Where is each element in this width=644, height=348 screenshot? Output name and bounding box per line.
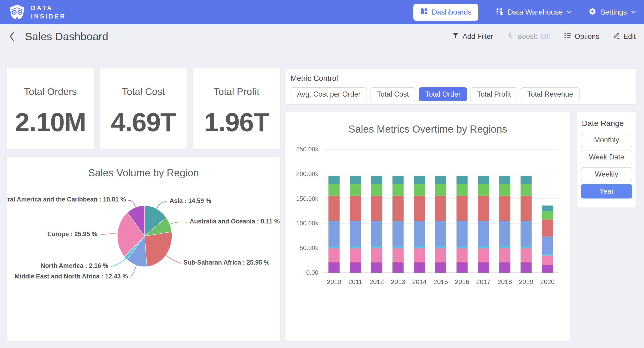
bar-segment-europe-2010[interactable] — [328, 221, 340, 246]
metric-option-total-order[interactable]: Total Order — [419, 87, 467, 101]
bar-segment-europe-2017[interactable] — [478, 221, 489, 246]
nav-item-data-warehouse[interactable]: Data Warehouse — [496, 7, 572, 17]
bar-segment-north-america-2011[interactable] — [350, 246, 361, 248]
date-range-option-weekly[interactable]: Weekly — [581, 167, 632, 181]
bar-segment-asia-2014[interactable] — [414, 248, 425, 262]
bar-segment-australia-and-oceania-2012[interactable] — [371, 176, 382, 184]
bar-segment-north-america-2018[interactable] — [499, 246, 510, 248]
bar-segment-australia-and-oceania-2011[interactable] — [350, 176, 361, 184]
bar-segment-central-america-and-the-caribbean-2017[interactable] — [478, 262, 489, 273]
bar-segment-north-america-2019[interactable] — [521, 246, 532, 248]
bar-segment-north-america-2014[interactable] — [414, 246, 425, 248]
bar-segment-central-america-and-the-caribbean-2020[interactable] — [542, 265, 553, 273]
date-range-buttons: MonthlyWeek DateWeeklyYear — [581, 133, 632, 198]
options-button[interactable]: Options — [564, 32, 600, 41]
bar-segment-north-america-2015[interactable] — [435, 246, 446, 248]
bar-segment-north-america-2012[interactable] — [371, 246, 382, 248]
bar-segment-asia-2019[interactable] — [521, 248, 532, 262]
bar-segment-asia-2020[interactable] — [542, 255, 553, 265]
date-range-option-year[interactable]: Year — [581, 184, 632, 198]
bar-segment-sub-saharan-africa-2019[interactable] — [521, 196, 532, 221]
bar-segment-middle-east-and-north-africa-2015[interactable] — [435, 184, 446, 196]
bar-segment-australia-and-oceania-2018[interactable] — [499, 176, 510, 184]
bar-segment-sub-saharan-africa-2014[interactable] — [414, 196, 425, 221]
bar-segment-north-america-2013[interactable] — [392, 246, 404, 248]
bar-segment-north-america-2017[interactable] — [478, 246, 489, 248]
edit-button[interactable]: Edit — [613, 32, 636, 41]
bar-segment-north-america-2016[interactable] — [456, 246, 468, 248]
bar-segment-europe-2011[interactable] — [350, 221, 361, 246]
bar-segment-europe-2019[interactable] — [521, 221, 532, 246]
bar-segment-asia-2011[interactable] — [350, 248, 361, 262]
boost-toggle[interactable]: Boost: Off — [506, 32, 550, 41]
bar-segment-asia-2012[interactable] — [371, 248, 382, 262]
stacked-bar-chart[interactable]: 250.00k200.00k150.00k100.00k50.00k0.0020… — [286, 112, 570, 341]
bar-segment-australia-and-oceania-2015[interactable] — [435, 176, 446, 184]
metric-option-total-profit[interactable]: Total Profit — [470, 87, 517, 101]
bar-segment-australia-and-oceania-2017[interactable] — [478, 176, 489, 184]
bar-segment-middle-east-and-north-africa-2013[interactable] — [392, 184, 404, 196]
bar-segment-asia-2018[interactable] — [499, 248, 510, 262]
add-filter-button[interactable]: Add Filter — [452, 32, 493, 41]
bar-segment-middle-east-and-north-africa-2014[interactable] — [414, 184, 425, 196]
bar-segment-central-america-and-the-caribbean-2019[interactable] — [521, 262, 532, 273]
bar-segment-europe-2013[interactable] — [392, 221, 404, 246]
bar-segment-central-america-and-the-caribbean-2015[interactable] — [435, 262, 446, 273]
bar-segment-europe-2012[interactable] — [371, 221, 382, 246]
bar-segment-middle-east-and-north-africa-2010[interactable] — [328, 184, 340, 196]
bar-segment-middle-east-and-north-africa-2012[interactable] — [371, 184, 382, 196]
bar-segment-middle-east-and-north-africa-2017[interactable] — [478, 184, 489, 196]
bar-segment-middle-east-and-north-africa-2016[interactable] — [456, 184, 468, 196]
bar-segment-central-america-and-the-caribbean-2011[interactable] — [350, 262, 361, 273]
bar-segment-sub-saharan-africa-2013[interactable] — [392, 196, 404, 221]
bar-segment-sub-saharan-africa-2016[interactable] — [456, 196, 468, 221]
bar-segment-central-america-and-the-caribbean-2012[interactable] — [371, 262, 382, 273]
bar-segment-central-america-and-the-caribbean-2010[interactable] — [328, 262, 340, 273]
nav-item-settings[interactable]: Settings — [588, 8, 636, 17]
bar-segment-europe-2014[interactable] — [414, 221, 425, 246]
nav-item-dashboards[interactable]: Dashboards — [413, 4, 478, 21]
bar-segment-middle-east-and-north-africa-2011[interactable] — [350, 184, 361, 196]
bar-segment-australia-and-oceania-2019[interactable] — [521, 176, 532, 184]
bar-segment-sub-saharan-africa-2020[interactable] — [542, 219, 553, 236]
page-header: Sales Dashboard Add Filter — [0, 24, 644, 49]
bar-segment-sub-saharan-africa-2012[interactable] — [371, 196, 382, 221]
bar-segment-asia-2015[interactable] — [435, 248, 446, 262]
bar-segment-sub-saharan-africa-2018[interactable] — [499, 196, 510, 221]
bar-segment-sub-saharan-africa-2015[interactable] — [435, 196, 446, 221]
bar-segment-europe-2016[interactable] — [456, 221, 468, 246]
bar-segment-north-america-2010[interactable] — [328, 246, 340, 248]
bar-segment-asia-2013[interactable] — [392, 248, 404, 262]
bar-segment-australia-and-oceania-2013[interactable] — [392, 176, 404, 184]
bar-segment-australia-and-oceania-2010[interactable] — [328, 176, 340, 184]
bar-segment-europe-2018[interactable] — [499, 221, 510, 246]
bar-segment-australia-and-oceania-2016[interactable] — [456, 176, 468, 184]
bar-segment-middle-east-and-north-africa-2019[interactable] — [521, 184, 532, 196]
bar-segment-sub-saharan-africa-2017[interactable] — [478, 196, 489, 221]
brand-logo[interactable]: DATA INSIDER — [8, 3, 66, 22]
bar-segment-sub-saharan-africa-2011[interactable] — [350, 196, 361, 221]
bar-segment-australia-and-oceania-2020[interactable] — [542, 206, 553, 211]
bar-segment-europe-2020[interactable] — [542, 236, 553, 254]
bar-segment-central-america-and-the-caribbean-2013[interactable] — [392, 262, 404, 273]
bar-segment-north-america-2020[interactable] — [542, 254, 553, 255]
bar-segment-central-america-and-the-caribbean-2014[interactable] — [414, 262, 425, 273]
pie-slice-sub-saharan-africa[interactable] — [144, 232, 172, 267]
pie-chart[interactable]: Asia : 14.59 %Australia and Oceania : 8.… — [7, 157, 280, 341]
bar-segment-asia-2017[interactable] — [478, 248, 489, 262]
date-range-option-monthly[interactable]: Monthly — [581, 133, 632, 147]
date-range-option-week-date[interactable]: Week Date — [581, 150, 632, 164]
metric-option-total-revenue[interactable]: Total Revenue — [521, 87, 580, 101]
metric-option-total-cost[interactable]: Total Cost — [370, 87, 415, 101]
bar-segment-central-america-and-the-caribbean-2016[interactable] — [456, 262, 468, 273]
bar-segment-australia-and-oceania-2014[interactable] — [414, 176, 425, 184]
bar-segment-central-america-and-the-caribbean-2018[interactable] — [499, 262, 510, 273]
metric-option-avg-cost-per-order[interactable]: Avg. Cost per Order — [290, 87, 367, 101]
bar-segment-europe-2015[interactable] — [435, 221, 446, 246]
bar-segment-middle-east-and-north-africa-2018[interactable] — [499, 184, 510, 196]
bar-segment-sub-saharan-africa-2010[interactable] — [328, 196, 340, 221]
back-button[interactable] — [8, 31, 15, 42]
bar-segment-middle-east-and-north-africa-2020[interactable] — [542, 211, 553, 219]
bar-segment-asia-2016[interactable] — [456, 248, 468, 262]
bar-segment-asia-2010[interactable] — [328, 248, 340, 262]
